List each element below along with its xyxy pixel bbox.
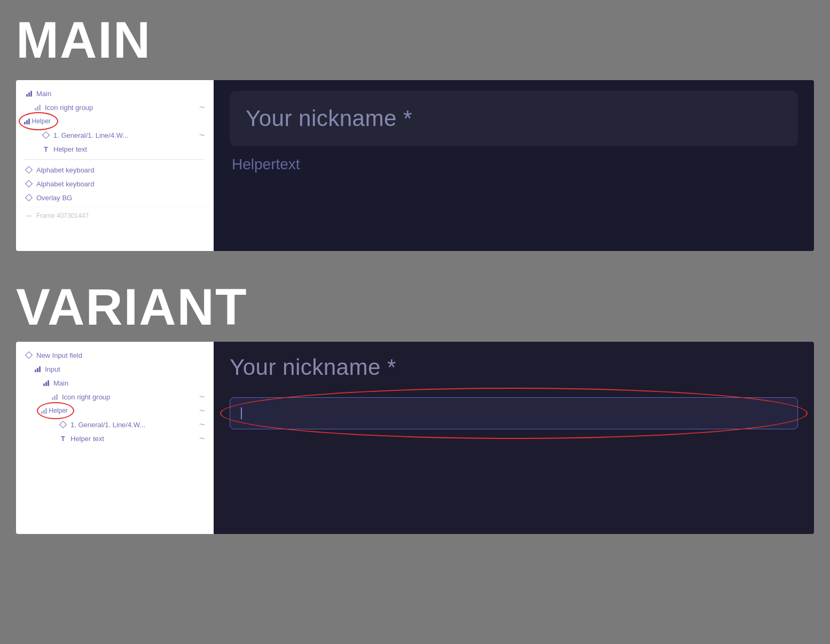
variant-panel-row: New Input field Input Main [16, 342, 814, 534]
diamond-icon-3 [25, 179, 33, 188]
diamond-icon-new [25, 351, 33, 359]
collapse-arrow: 〜 [199, 104, 205, 112]
layer-item-icon-right-group[interactable]: Icon right group 〜 [16, 100, 214, 114]
layer-item-frame[interactable]: — Frame 407301447 [16, 207, 214, 223]
layer-item-input[interactable]: Input [16, 362, 214, 376]
layer-item-general-line-v[interactable]: 1. General/1. Line/4.W... 〜 [16, 418, 214, 431]
main-panel-row: Main Icon right group 〜 [16, 80, 814, 251]
bars-icon-helper: Helper [33, 117, 42, 125]
bars-icon-input [33, 365, 42, 373]
diamond-icon-4 [25, 193, 33, 202]
layer-item-main-variant[interactable]: Main [16, 376, 214, 390]
bars-icon-helper-v: Helper [50, 406, 59, 415]
diamond-icon-2 [25, 166, 33, 174]
bars-icon-main-v [42, 379, 50, 387]
main-helper-text: Helpertext [230, 156, 798, 173]
main-section: MAIN Main Icon right group [0, 0, 830, 251]
divider-1 [25, 159, 205, 160]
bars-icon [25, 89, 33, 98]
variant-nickname-label: Your nickname * [230, 355, 798, 380]
diamond-icon-v1 [59, 420, 67, 429]
input-cursor [241, 407, 242, 419]
collapse-arrow-2: 〜 [199, 131, 205, 139]
main-input-preview: Your nickname * [230, 91, 798, 146]
layer-item-helper-text-v[interactable]: T Helper text 〜 [16, 431, 214, 445]
layer-item-new-input-field[interactable]: New Input field [16, 348, 214, 362]
collapse-arrow-v3: 〜 [199, 421, 205, 429]
layer-item-general-line[interactable]: 1. General/1. Line/4.W... 〜 [16, 128, 214, 142]
variant-preview-panel: Your nickname * [214, 342, 814, 534]
layer-item-helper-variant[interactable]: Helper 〜 [16, 404, 214, 418]
layer-item-overlay-bg[interactable]: Overlay BG [16, 191, 214, 205]
main-preview-panel: Your nickname * Helpertext [214, 80, 814, 251]
layer-item-helper[interactable]: Helper [16, 114, 214, 128]
bars-faded-icon [33, 103, 42, 112]
main-layer-panel: Main Icon right group 〜 [16, 80, 214, 251]
variant-nickname-container: Your nickname * [230, 355, 798, 380]
main-section-label: MAIN [0, 0, 830, 75]
main-nickname-label: Your nickname * [246, 106, 782, 131]
variant-input-field[interactable] [230, 397, 798, 429]
collapse-arrow-v4: 〜 [199, 435, 205, 443]
variant-field-container [230, 397, 798, 429]
T-icon: T [42, 145, 50, 153]
bars-faded-icon-v [50, 392, 59, 401]
variant-layer-panel: New Input field Input Main [16, 342, 214, 534]
variant-section: VARIANT New Input field Input [0, 267, 830, 534]
diamond-icon [42, 131, 50, 139]
layer-item-alphabet-1[interactable]: Alphabet keyboard [16, 163, 214, 177]
layer-item-alphabet-2[interactable]: Alphabet keyboard [16, 177, 214, 191]
layer-item-helper-text[interactable]: T Helper text [16, 142, 214, 156]
variant-section-label: VARIANT [0, 267, 830, 342]
collapse-arrow-v2: 〜 [199, 407, 205, 415]
T-icon-v: T [59, 434, 67, 443]
layer-item-icon-right-group-v[interactable]: Icon right group 〜 [16, 390, 214, 404]
layer-item-main[interactable]: Main [16, 87, 214, 100]
minus-icon: — [25, 211, 33, 220]
collapse-arrow-v1: 〜 [199, 393, 205, 401]
